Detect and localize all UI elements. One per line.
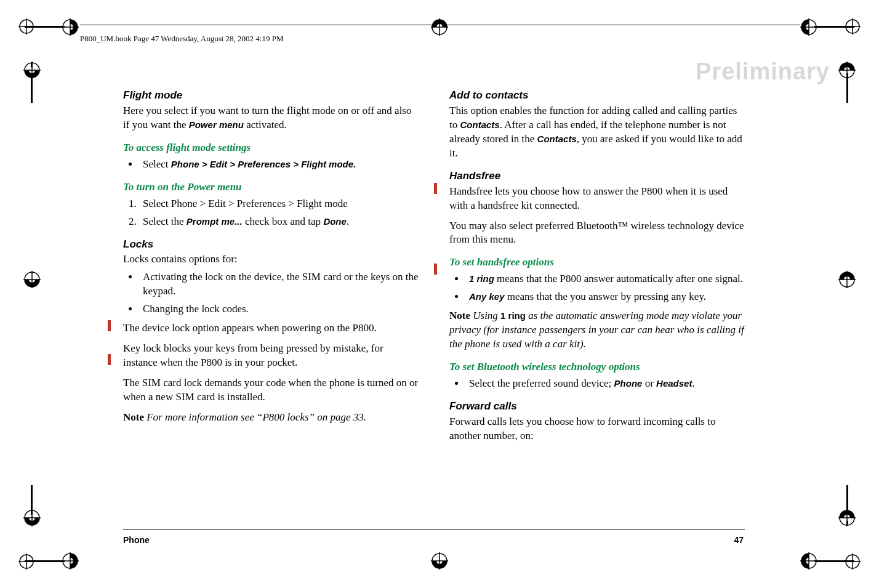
text: or xyxy=(642,377,656,389)
subheading: To access flight mode settings xyxy=(123,141,419,155)
list-item: 1 ring means that the P800 answer automa… xyxy=(465,272,745,286)
list-item: Activating the lock on the device, the S… xyxy=(139,270,419,299)
text: check box and tap xyxy=(243,215,324,227)
paragraph: Handsfree lets you choose how to answer … xyxy=(449,185,745,213)
right-column: Add to contacts This option enables the … xyxy=(449,87,745,449)
registration-mark-icon xyxy=(62,552,79,570)
section-heading-handsfree: Handsfree xyxy=(449,169,745,183)
paragraph: You may also select preferred Bluetooth™… xyxy=(449,219,745,248)
note: Note Using 1 ring as the automatic answe… xyxy=(449,309,745,352)
subheading: To set Bluetooth wireless technology opt… xyxy=(449,360,745,374)
paragraph: Forward calls lets you choose how to for… xyxy=(449,415,745,443)
registration-mark-icon xyxy=(800,552,817,570)
ui-label-contacts: Contacts xyxy=(460,119,499,130)
ui-label-power-menu: Power menu xyxy=(189,119,244,130)
list-item: Select Phone > Edit > Preferences > Flig… xyxy=(139,197,419,211)
ui-label-contacts: Contacts xyxy=(537,134,577,144)
crop-mark-icon xyxy=(18,554,34,570)
text: Select the xyxy=(143,215,187,227)
bullet-list: Activating the lock on the device, the S… xyxy=(123,270,419,316)
ui-label-1-ring: 1 ring xyxy=(500,310,526,321)
ui-label-1-ring: 1 ring xyxy=(469,273,494,284)
bullet-list: Select Phone > Edit > Preferences > Flig… xyxy=(123,158,419,172)
bullet-list: Select the preferred sound device; Phone… xyxy=(449,377,745,391)
ui-label-any-key: Any key xyxy=(469,291,505,302)
footer-section: Phone xyxy=(123,535,150,545)
registration-mark-icon xyxy=(23,509,41,526)
registration-mark-icon xyxy=(800,18,817,36)
footer-rule xyxy=(123,529,745,530)
registration-mark-icon xyxy=(23,271,41,288)
list-item: Changing the lock codes. xyxy=(139,302,419,316)
text: means that the P800 answer automatically… xyxy=(494,273,743,284)
text: Select Phone > Edit > Preferences > Flig… xyxy=(143,198,348,209)
text: activated. xyxy=(244,119,287,131)
section-heading-add-to-contacts: Add to contacts xyxy=(449,89,745,103)
ui-menu-path: Phone > Edit > Preferences > Flight mode… xyxy=(171,159,356,169)
list-item: Any key means that the you answer by pre… xyxy=(465,290,745,304)
footer-page-number: 47 xyxy=(734,535,744,545)
ui-label-done: Done xyxy=(323,216,347,227)
registration-mark-icon xyxy=(431,552,448,570)
note-text: For more information see “P800 locks” on… xyxy=(144,411,366,423)
list-item: Select the Prompt me... check box and ta… xyxy=(139,215,419,229)
ui-label-headset: Headset xyxy=(656,378,692,389)
registration-mark-icon xyxy=(838,271,856,288)
ui-label-phone: Phone xyxy=(614,378,643,389)
list-item: Select the preferred sound device; Phone… xyxy=(465,377,745,391)
paragraph: Here you select if you want to turn the … xyxy=(123,104,419,132)
section-heading-forward-calls: Forward calls xyxy=(449,400,745,414)
text: Select xyxy=(143,158,171,170)
paragraph: Key lock blocks your keys from being pre… xyxy=(123,342,419,370)
section-heading-flight-mode: Flight mode xyxy=(123,89,419,103)
changebar xyxy=(108,320,111,331)
registration-mark-icon xyxy=(838,509,856,526)
note-lead: Note xyxy=(449,310,470,321)
crop-mark-icon xyxy=(845,18,861,34)
registration-mark-icon xyxy=(838,62,856,79)
paragraph: Locks contains options for: xyxy=(123,252,419,267)
crop-mark-icon xyxy=(18,18,34,34)
registration-mark-icon xyxy=(23,62,41,79)
paragraph: The device lock option appears when powe… xyxy=(123,321,419,336)
paragraph: This option enables the function for add… xyxy=(449,104,745,161)
paragraph: The SIM card lock demands your code when… xyxy=(123,376,419,405)
list-item: Select Phone > Edit > Preferences > Flig… xyxy=(139,158,419,172)
changebar xyxy=(108,354,111,365)
text: Select the preferred sound device; xyxy=(469,377,614,389)
registration-mark-icon xyxy=(431,18,448,36)
note: Note For more information see “P800 lock… xyxy=(123,411,419,425)
text: means that the you answer by pressing an… xyxy=(505,291,706,302)
watermark-preliminary: Preliminary xyxy=(696,58,830,85)
numbered-list: Select Phone > Edit > Preferences > Flig… xyxy=(123,197,419,229)
ui-label-prompt-me: Prompt me... xyxy=(187,216,243,227)
registration-mark-icon xyxy=(62,18,79,36)
bullet-list: 1 ring means that the P800 answer automa… xyxy=(449,272,745,304)
content-area: Flight mode Here you select if you want … xyxy=(123,87,745,449)
subheading: To turn on the Power menu xyxy=(123,180,419,195)
text: . xyxy=(347,215,349,227)
subheading: To set handsfree options xyxy=(449,256,745,270)
left-column: Flight mode Here you select if you want … xyxy=(123,87,419,449)
text: . xyxy=(692,377,694,389)
header-filepath: P800_UM.book Page 47 Wednesday, August 2… xyxy=(80,34,283,44)
note-lead: Note xyxy=(123,411,144,423)
note-text-a: Using xyxy=(470,310,500,321)
crop-mark-icon xyxy=(845,554,861,570)
section-heading-locks: Locks xyxy=(123,238,419,252)
